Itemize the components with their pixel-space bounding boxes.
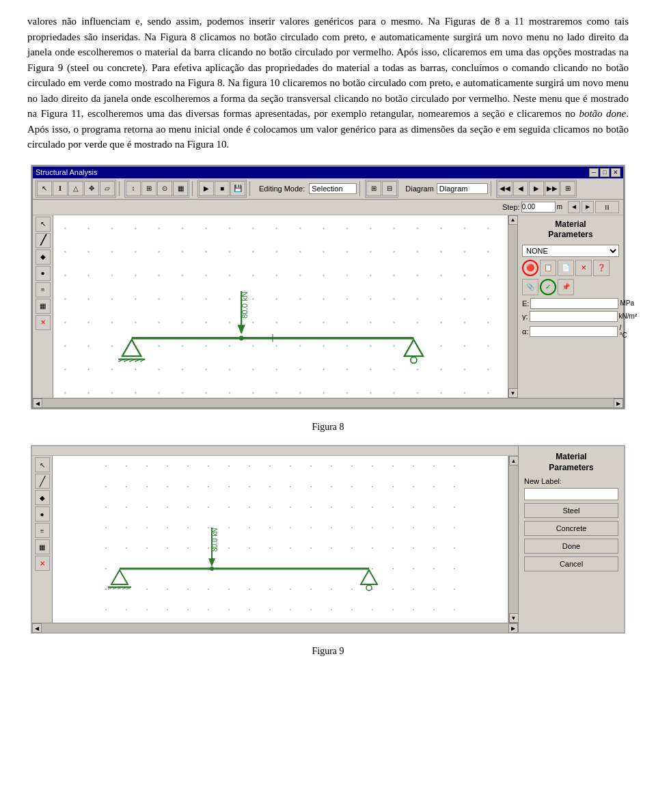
- toolbar-btn-stop[interactable]: ■: [215, 181, 230, 196]
- italic-text: botão done: [579, 108, 626, 119]
- fig9-scroll-left[interactable]: ◀: [32, 623, 42, 633]
- fig9-scroll-down[interactable]: ▼: [509, 613, 519, 623]
- field-alpha-row: α: /°C: [522, 324, 619, 339]
- field-e-input[interactable]: [530, 298, 618, 309]
- toolbar-btn-support[interactable]: ⊞: [141, 181, 156, 196]
- toolbar-group-2: ↕ ⊞ ⊙ ▦: [124, 180, 189, 198]
- figure9-container: ↖ ╱ ◆ ● ≡ ▦ ✕: [31, 445, 625, 634]
- lt-btn-pattern[interactable]: ▦: [36, 299, 51, 314]
- toolbar-btn-load[interactable]: ↕: [126, 181, 141, 196]
- fig9-lt-btn-cursor[interactable]: ↖: [35, 457, 50, 472]
- toolbar-btn-cursor[interactable]: ↖: [37, 181, 52, 196]
- scroll-left-btn[interactable]: ◀: [33, 398, 42, 408]
- field-alpha-label: α:: [522, 327, 528, 336]
- nav-btn-4[interactable]: ▶▶: [545, 181, 560, 196]
- field-alpha-input[interactable]: [530, 326, 618, 337]
- panel-icon-btn-6[interactable]: 📎: [522, 279, 538, 295]
- zoom-btn-1[interactable]: ⊞: [366, 181, 381, 196]
- editing-mode-label: Editing Mode:: [259, 185, 305, 193]
- step-label: Step:: [502, 203, 520, 211]
- panel-icon-btn-4[interactable]: ✕: [575, 260, 592, 276]
- field-e-row: E: MPa: [522, 298, 619, 309]
- fig9-canvas: 80.0 kN: [53, 456, 508, 623]
- minimize-button[interactable]: ─: [589, 168, 599, 177]
- svg-text:80.0 kN: 80.0 kN: [241, 291, 249, 318]
- toolbar-btn-hinge[interactable]: ⊙: [157, 181, 172, 196]
- fig9-scrollbar-track[interactable]: [509, 465, 519, 613]
- diagram-dropdown[interactable]: Diagram: [437, 183, 488, 194]
- scroll-right-btn[interactable]: ▶: [614, 398, 623, 408]
- fig9-lt-btn-pattern[interactable]: ▦: [35, 539, 50, 554]
- scroll-down-btn[interactable]: ▼: [508, 388, 518, 398]
- editing-mode-dropdown[interactable]: Selection: [309, 183, 357, 194]
- toolbar-btn-save[interactable]: 💾: [230, 181, 245, 196]
- close-button[interactable]: ✕: [611, 168, 620, 177]
- panel-icon-btn-apply-all[interactable]: ✓: [540, 279, 556, 295]
- fig9-scroll-right[interactable]: ▶: [508, 623, 518, 633]
- fig9-lt-btn-close[interactable]: ✕: [35, 556, 50, 571]
- step-grid[interactable]: |||: [595, 201, 619, 213]
- toolbar-group-zoom: ⊞ ⊟: [365, 180, 398, 198]
- step-input[interactable]: [521, 202, 556, 213]
- step-prev[interactable]: ◀: [568, 201, 580, 213]
- horizontal-scrollbar-track[interactable]: [42, 398, 614, 407]
- panel-icon-btn-5[interactable]: ❓: [593, 260, 610, 276]
- fig9-done-btn[interactable]: Done: [524, 539, 618, 554]
- toolbar-group-3: ▶ ■ 💾: [197, 180, 247, 198]
- fig9-canvas-row: ↖ ╱ ◆ ● ≡ ▦ ✕: [32, 456, 518, 623]
- separator-3: [249, 181, 252, 196]
- lt-btn-close[interactable]: ✕: [36, 315, 51, 330]
- lt-btn-cursor[interactable]: ↖: [36, 217, 51, 232]
- toolbar-btn-run[interactable]: ▶: [199, 181, 214, 196]
- toolbar-btn-grid[interactable]: ▦: [173, 181, 188, 196]
- zoom-btn-2[interactable]: ⊟: [382, 181, 397, 196]
- figure8-label: Figura 8: [27, 422, 629, 433]
- step-next[interactable]: ▶: [582, 201, 594, 213]
- fig9-lt-btn-line[interactable]: ╱: [35, 474, 50, 489]
- field-gamma-label: γ:: [522, 312, 528, 321]
- fig9-concrete-btn[interactable]: Concrete: [524, 521, 618, 536]
- toolbar-btn-shape[interactable]: ▱: [100, 181, 115, 196]
- figure8-container: Structural Analysis ─ □ ✕ ↖ I △ ✥ ▱ ↕ ⊞ …: [31, 165, 625, 410]
- titlebar-buttons: ─ □ ✕: [589, 168, 620, 177]
- fig9-cancel-btn[interactable]: Cancel: [524, 556, 618, 571]
- fig9-bottom-scrollbar[interactable]: ◀ ▶: [32, 623, 518, 632]
- nav-btn-1[interactable]: ◀◀: [497, 181, 512, 196]
- field-gamma-input[interactable]: [530, 311, 618, 322]
- toolbar-btn-triangle[interactable]: △: [68, 181, 83, 196]
- panel-icon-btn-2[interactable]: 📋: [540, 260, 556, 276]
- maximize-button[interactable]: □: [600, 168, 610, 177]
- toolbar-btn-line[interactable]: I: [53, 181, 68, 196]
- bottom-scrollbar[interactable]: ◀ ▶: [33, 398, 623, 407]
- nav-btn-2[interactable]: ◀: [513, 181, 528, 196]
- fig9-lt-btn-diamond[interactable]: ◆: [35, 490, 50, 505]
- lt-btn-line[interactable]: ╱: [36, 233, 51, 248]
- panel-icon-btn-3[interactable]: 📄: [558, 260, 574, 276]
- nav-btn-5[interactable]: ⊞: [560, 181, 575, 196]
- fig9-label-input[interactable]: [524, 488, 618, 500]
- fig9-lt-btn-node[interactable]: ●: [35, 506, 50, 522]
- scrollbar-track[interactable]: [508, 225, 518, 389]
- nav-btn-3[interactable]: ▶: [529, 181, 544, 196]
- step-row: Step: m ◀ ▶ |||: [33, 200, 623, 215]
- lt-btn-diamond[interactable]: ◆: [36, 249, 51, 265]
- scrollbar-right[interactable]: ▲ ▼: [508, 215, 517, 398]
- lt-btn-grid[interactable]: ≡: [36, 282, 51, 297]
- fig9-lt-btn-grid[interactable]: ≡: [35, 523, 50, 538]
- svg-rect-1: [53, 216, 508, 396]
- title-text: Structural Analysis: [36, 168, 97, 176]
- canvas-area: 80.0 kN: [53, 215, 508, 398]
- lt-btn-node[interactable]: ●: [36, 266, 51, 281]
- fig9-material-panel: MaterialParameters New Label: Steel Conc…: [518, 446, 624, 632]
- panel-icon-btn-assign[interactable]: 🔴: [522, 260, 538, 276]
- fig9-h-track[interactable]: [42, 623, 508, 632]
- svg-point-15: [239, 336, 244, 340]
- fig9-steel-btn[interactable]: Steel: [524, 503, 618, 518]
- panel-icon-btn-8[interactable]: 📌: [558, 279, 574, 295]
- material-dropdown[interactable]: NONE: [522, 245, 619, 257]
- toolbar-btn-move[interactable]: ✥: [84, 181, 99, 196]
- svg-point-32: [210, 567, 214, 571]
- fig9-scroll-up[interactable]: ▲: [509, 456, 519, 465]
- fig9-scrollbar-right[interactable]: ▲ ▼: [508, 456, 518, 623]
- scroll-up-btn[interactable]: ▲: [508, 215, 518, 225]
